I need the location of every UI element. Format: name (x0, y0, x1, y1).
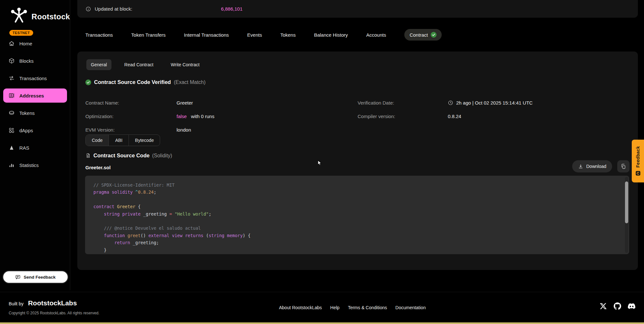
code-token: _greeting (140, 211, 169, 217)
copy-button[interactable] (617, 160, 630, 172)
clock-icon (448, 100, 453, 106)
copy-icon (620, 163, 626, 169)
ras-icon (8, 144, 15, 151)
sidebar-item-label: Tokens (19, 110, 35, 116)
tab-contract[interactable]: Contract (404, 29, 442, 41)
home-icon (8, 40, 15, 47)
sidebar-nav: HomeBlocksTransactionsAddressesTokensdAp… (0, 36, 70, 175)
code-token: string memory (209, 233, 243, 238)
sidebar-item-blocks[interactable]: Blocks (3, 54, 67, 68)
tab-token-transfers[interactable]: Token Transfers (131, 32, 166, 38)
sidebar-item-addresses[interactable]: Addresses (3, 88, 67, 103)
tab-tokens[interactable]: Tokens (280, 32, 296, 38)
source-code-heading: Contract Source Code (Solidity) (85, 153, 172, 159)
sidebar-item-label: Addresses (19, 93, 44, 98)
sidebar: Rootstock TESTNET HomeBlocksTransactions… (0, 0, 70, 290)
transactions-icon (8, 75, 15, 81)
detail-value: 0.8.24 (448, 114, 461, 119)
segment-bytecode[interactable]: Bytecode (129, 135, 160, 146)
sidebar-item-dapps[interactable]: dApps (3, 123, 67, 137)
source-code: // SPDX-License-Identifier: MITpragma so… (85, 176, 629, 254)
sidebar-item-home[interactable]: Home (3, 36, 67, 51)
code-token: () (140, 233, 148, 238)
subtab-general[interactable]: General (86, 59, 111, 70)
code-token: return (93, 240, 133, 245)
sidebar-item-tokens[interactable]: Tokens (3, 106, 67, 120)
download-label: Download (586, 164, 606, 169)
tokens-icon (8, 110, 15, 116)
code-token: "Hello world" (172, 211, 209, 217)
file-icon (85, 153, 91, 158)
detail-row-verification-date: Verification Date:2h ago | Oct 02 2025 1… (358, 96, 628, 109)
code-line-9: return _greeting; (93, 239, 629, 246)
code-scrollbar[interactable] (625, 177, 628, 253)
code-token: ^ (135, 190, 138, 195)
segment-abi[interactable]: ABI (109, 135, 129, 146)
detail-label: Compiler version: (358, 114, 448, 119)
footer-link-about-rootstocklabs[interactable]: About RootstockLabs (279, 305, 322, 310)
tab-label: Internal Transactions (184, 32, 229, 38)
tab-label: Transactions (85, 32, 113, 38)
footer-link-terms-conditions[interactable]: Terms & Conditions (348, 305, 387, 310)
verified-check-icon (431, 32, 437, 38)
message-icon (15, 274, 21, 280)
send-feedback-button[interactable]: Send Feedback (3, 271, 68, 283)
detail-value-text: 0.8.24 (448, 114, 461, 119)
blocks-icon (8, 58, 15, 64)
screen: Rootstock TESTNET HomeBlocksTransactions… (0, 0, 644, 324)
copyright: Copyright © 2025 RootstockLabs. All righ… (9, 311, 100, 315)
dapps-icon (8, 127, 15, 134)
testnet-badge: TESTNET (9, 30, 33, 36)
detail-value-text: london (177, 127, 191, 133)
tab-transactions[interactable]: Transactions (85, 32, 113, 38)
detail-row-optimization: Optimization:false with 0 runs (85, 109, 350, 123)
detail-label: Contract Name: (85, 100, 177, 106)
tab-accounts[interactable]: Accounts (366, 32, 386, 38)
subtab-read-contract[interactable]: Read Contract (120, 59, 158, 70)
github-icon[interactable] (614, 302, 621, 310)
code-scrollbar-thumb[interactable] (625, 181, 628, 223)
detail-row-compiler-version: Compiler version:0.8.24 (358, 109, 628, 123)
tab-events[interactable]: Events (247, 32, 262, 38)
download-icon (578, 164, 583, 169)
tab-internal-transactions[interactable]: Internal Transactions (184, 32, 229, 38)
tab-label: Events (247, 32, 262, 38)
rootstocklabs-link[interactable]: RootstockLabs (28, 299, 77, 307)
subtab-write-contract[interactable]: Write Contract (166, 59, 204, 70)
code-token: string private (93, 211, 140, 217)
download-button[interactable]: Download (572, 160, 612, 172)
sidebar-item-ras[interactable]: RAS (3, 141, 67, 155)
code-token: } (93, 247, 107, 253)
detail-value: 2h ago | Oct 02 2025 15:14:41 UTC (448, 100, 533, 106)
detail-value-accent: false (177, 114, 187, 119)
detail-label: Optimization: (85, 114, 177, 119)
info-icon (85, 6, 91, 12)
footer-link-documentation[interactable]: Documentation (395, 305, 426, 310)
tab-label: Contract (409, 32, 428, 38)
sidebar-item-label: dApps (19, 128, 33, 133)
code-token: Greeter (117, 204, 135, 209)
sidebar-item-label: RAS (19, 145, 29, 151)
code-line-8: function greet() external view returns (… (93, 232, 629, 239)
tab-balance-history[interactable]: Balance History (314, 32, 348, 38)
detail-label: Verification Date: (358, 100, 448, 106)
detail-value-text: Greeter (177, 100, 193, 106)
feedback-tab[interactable]: Feedback (632, 140, 644, 182)
updated-at-block-label: Updated at block: (95, 6, 132, 12)
feedback-icon (635, 171, 641, 176)
send-feedback-label: Send Feedback (24, 275, 55, 280)
code-token: external view returns (149, 233, 206, 238)
x-icon[interactable] (600, 302, 607, 310)
footer-link-help[interactable]: Help (330, 305, 340, 310)
segment-code[interactable]: Code (86, 135, 109, 146)
sidebar-item-transactions[interactable]: Transactions (3, 71, 67, 85)
discord-icon[interactable] (628, 302, 635, 310)
verified-heading: Contract Source Code Verified (Exact Mat… (85, 79, 206, 85)
block-number-link[interactable]: 6,886,101 (221, 6, 243, 12)
detail-label: EVM Version: (85, 127, 177, 133)
tab-label: Token Transfers (131, 32, 166, 38)
code-line-7: /// @notice Devuelve el saludo actual (93, 225, 629, 232)
brand: Rootstock TESTNET (9, 6, 70, 36)
sidebar-item-statistics[interactable]: Statistics (3, 158, 67, 172)
contract-subtabs: GeneralRead ContractWrite Contract (86, 59, 204, 70)
